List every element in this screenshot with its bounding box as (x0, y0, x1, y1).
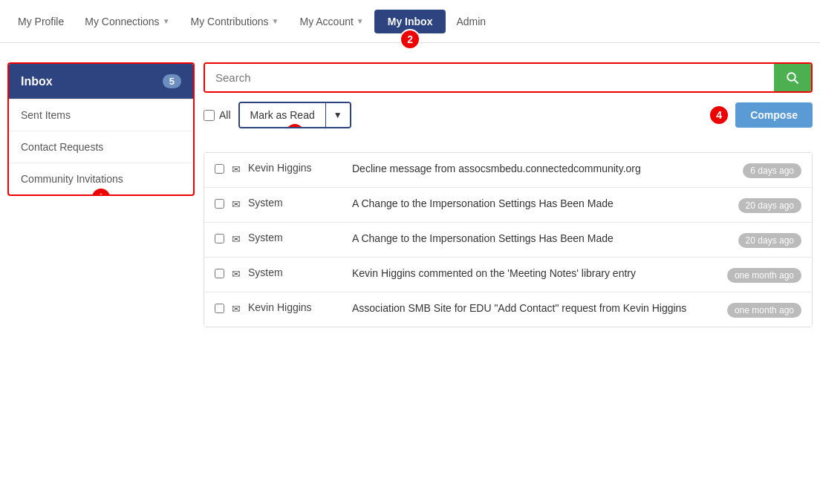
email-icon: ✉ (232, 233, 241, 245)
dropdown-caret-icon: ▼ (333, 110, 342, 120)
caret-icon: ▼ (163, 17, 170, 25)
sidebar-item-sent-items[interactable]: Sent Items (9, 99, 193, 131)
message-row: ✉ Kevin Higgins Association SMB Site for… (204, 292, 812, 327)
nav-item-my-account[interactable]: My Account ▼ (289, 0, 374, 42)
check-all-checkbox[interactable] (204, 110, 215, 121)
message-content: Decline message from assocsmbedu.connect… (352, 162, 735, 177)
nav-item-my-profile[interactable]: My Profile (7, 0, 74, 42)
message-content: A Change to the Impersonation Settings H… (352, 232, 731, 246)
message-sender: Kevin Higgins (248, 162, 345, 174)
message-checkbox[interactable] (215, 234, 224, 243)
annotation-4: 4 (709, 105, 729, 125)
sidebar: Inbox 5 Sent Items Contact Requests Comm… (7, 62, 195, 196)
caret-icon: ▼ (357, 17, 364, 25)
sidebar-item-contact-requests[interactable]: Contact Requests (9, 131, 193, 163)
message-content: Association SMB Site for EDU "Add Contac… (352, 301, 720, 316)
message-time-badge: one month ago (727, 303, 801, 318)
search-icon (786, 71, 799, 85)
compose-button[interactable]: Compose (735, 102, 813, 128)
message-content: A Change to the Impersonation Settings H… (352, 197, 731, 212)
mark-as-read-button[interactable]: Mark as Read (240, 103, 325, 127)
message-sender: System (248, 197, 345, 209)
top-nav: My Profile My Connections ▼ My Contribut… (0, 0, 820, 43)
email-icon: ✉ (232, 303, 241, 315)
message-checkbox[interactable] (215, 199, 224, 209)
message-checkbox[interactable] (215, 304, 224, 313)
message-time-badge: 20 days ago (738, 198, 801, 213)
message-content: Kevin Higgins commented on the 'Meeting … (352, 266, 720, 281)
sidebar-inbox[interactable]: Inbox 5 (9, 64, 193, 99)
compose-wrapper: 4 Compose (709, 102, 813, 128)
check-all-label[interactable]: All (204, 109, 231, 121)
message-time-badge: one month ago (727, 268, 801, 283)
message-checkbox[interactable] (215, 164, 224, 174)
inbox-badge: 5 (163, 74, 181, 88)
message-sender: Kevin Higgins (248, 301, 345, 313)
message-time-badge: 6 days ago (743, 163, 801, 178)
main-layout: Inbox 5 Sent Items Contact Requests Comm… (0, 50, 820, 335)
nav-item-my-contributions[interactable]: My Contributions ▼ (180, 0, 290, 42)
message-row: ✉ System A Change to the Impersonation S… (204, 188, 812, 223)
message-row: ✉ System A Change to the Impersonation S… (204, 223, 812, 258)
message-row: ✉ Kevin Higgins Decline message from ass… (204, 153, 812, 188)
toolbar-row: All Mark as Read ▼ 3 4 Compose (204, 102, 813, 128)
search-button[interactable] (774, 64, 811, 91)
svg-point-0 (787, 73, 795, 81)
email-icon: ✉ (232, 198, 241, 210)
search-input[interactable] (205, 64, 774, 91)
message-row: ✉ System Kevin Higgins commented on the … (204, 258, 812, 292)
nav-item-my-connections[interactable]: My Connections ▼ (74, 0, 180, 42)
svg-line-1 (795, 79, 798, 83)
caret-icon: ▼ (272, 17, 279, 25)
message-time-badge: 20 days ago (738, 233, 801, 248)
search-bar (204, 62, 813, 93)
email-icon: ✉ (232, 163, 241, 175)
email-icon: ✉ (232, 268, 241, 280)
message-sender: System (248, 266, 345, 278)
mark-as-read-group: Mark as Read ▼ 3 (238, 102, 351, 128)
messages-list: ✉ Kevin Higgins Decline message from ass… (204, 152, 813, 327)
content-area: All Mark as Read ▼ 3 4 Compose (204, 62, 813, 327)
nav-item-admin[interactable]: Admin (446, 0, 496, 42)
annotation-2: 2 (400, 29, 420, 50)
message-sender: System (248, 232, 345, 243)
mark-as-read-dropdown[interactable]: ▼ (325, 103, 350, 127)
message-checkbox[interactable] (215, 269, 224, 278)
